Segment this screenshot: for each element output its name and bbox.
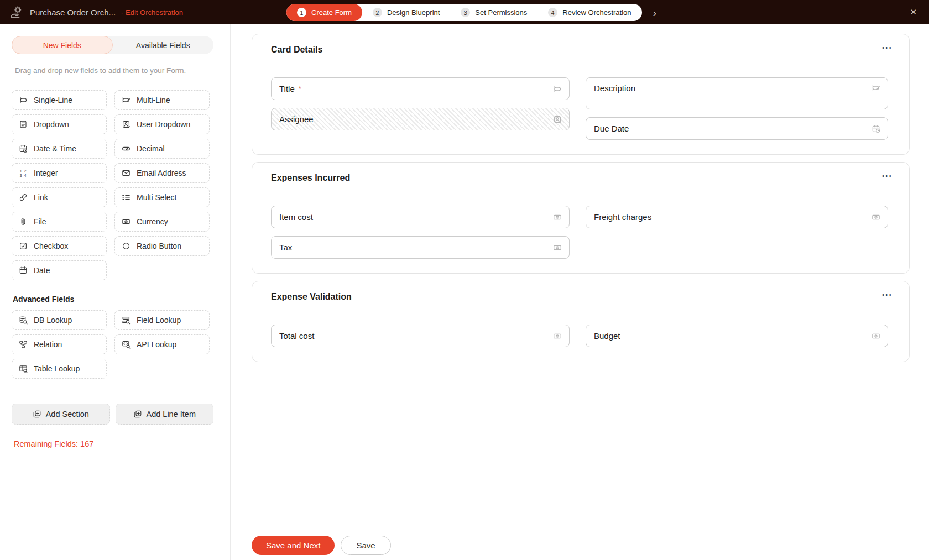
section-column-right: DescriptionDue Date (586, 77, 888, 140)
form-field-label: Assignee (279, 114, 314, 124)
field-button-multi-select[interactable]: Multi Select (114, 187, 210, 207)
field-button-api-lookup[interactable]: API Lookup (114, 334, 210, 354)
save-button[interactable]: Save (341, 536, 390, 555)
tab-new-fields[interactable]: New Fields (12, 36, 113, 54)
radio-icon (122, 242, 131, 250)
main-layout: New FieldsAvailable Fields Drag and drop… (0, 24, 929, 560)
chevron-right-icon: › (653, 7, 657, 19)
field-button-db-lookup[interactable]: DB Lookup (12, 310, 107, 330)
field-button-label: Date & Time (34, 144, 76, 153)
field-button-integer[interactable]: 1 23 4Integer (12, 163, 107, 183)
email-icon (122, 169, 131, 177)
tab-available-fields[interactable]: Available Fields (113, 36, 214, 54)
section-column-left: Title*Assignee (271, 77, 570, 130)
field-button-decimal[interactable]: Decimal (114, 139, 210, 159)
step-review-orchestration[interactable]: 4Review Orchestration (537, 4, 641, 21)
multi-select-icon (122, 193, 131, 202)
add-section-button[interactable]: Add Section (12, 404, 110, 425)
field-button-user-dropdown[interactable]: User Dropdown (114, 114, 210, 134)
advanced-fields-heading: Advanced Fields (13, 295, 213, 303)
form-field-tax[interactable]: Tax (271, 236, 570, 259)
field-button-date-time[interactable]: Date & Time (12, 139, 107, 159)
form-section-card-details: Card Details•••Title*AssigneeDescription… (252, 34, 910, 155)
step-number: 3 (461, 8, 470, 17)
form-field-freight-charges[interactable]: Freight charges (586, 206, 888, 228)
topbar: Purchase Order Orch... - Edit Orchestrat… (0, 0, 929, 24)
form-field-total-cost[interactable]: Total cost (271, 325, 570, 347)
field-button-checkbox[interactable]: Checkbox (12, 236, 107, 256)
section-title: Expense Validation (271, 291, 888, 302)
section-body: Item costTaxFreight charges (271, 206, 888, 259)
add-line-item-button[interactable]: Add Line Item (116, 404, 214, 425)
step-label: Set Permissions (475, 8, 527, 17)
field-button-file[interactable]: File (12, 212, 107, 232)
integer-icon: 1 23 4 (19, 169, 28, 177)
step-design-blueprint[interactable]: 2Design Blueprint (362, 4, 450, 21)
field-button-label: User Dropdown (137, 120, 190, 129)
drag-drop-hint: Drag and drop new fields to add them to … (15, 66, 213, 75)
step-number: 4 (548, 8, 557, 17)
tab-label: New Fields (43, 41, 81, 50)
currency-icon (553, 243, 562, 252)
field-button-single-line[interactable]: Single-Line (12, 90, 107, 110)
tab-label: Available Fields (136, 41, 190, 50)
form-actions: Save and Next Save (252, 536, 910, 555)
section-column-right: Freight charges (586, 206, 888, 228)
form-field-assignee[interactable]: Assignee (271, 108, 570, 130)
form-sections: Card Details•••Title*AssigneeDescription… (252, 34, 910, 362)
add-section-icon (33, 410, 41, 418)
user-dropdown-icon (553, 115, 562, 124)
save-and-next-button[interactable]: Save and Next (252, 536, 335, 555)
section-title: Card Details (271, 44, 888, 55)
section-more-menu-button[interactable]: ••• (880, 42, 895, 53)
add-line-item-label: Add Line Item (147, 410, 196, 418)
form-field-label: Freight charges (594, 212, 651, 222)
date-icon (19, 266, 28, 275)
field-button-radio-button[interactable]: Radio Button (114, 236, 210, 256)
field-button-field-lookup[interactable]: Field Lookup (114, 310, 210, 330)
field-button-label: Email Address (137, 169, 186, 177)
field-button-label: Table Lookup (34, 364, 80, 373)
close-icon: ✕ (910, 7, 917, 17)
field-button-link[interactable]: Link (12, 187, 107, 207)
form-field-description[interactable]: Description (586, 77, 888, 109)
form-field-label: Title (279, 84, 295, 93)
section-column-left: Total cost (271, 325, 570, 347)
edit-orchestration-link[interactable]: - Edit Orchestration (121, 8, 183, 17)
date-time-icon (19, 144, 28, 153)
field-button-label: DB Lookup (34, 316, 72, 325)
sidebar: New FieldsAvailable Fields Drag and drop… (0, 24, 231, 560)
field-button-currency[interactable]: Currency (114, 212, 210, 232)
form-field-budget[interactable]: Budget (586, 325, 888, 347)
section-more-menu-button[interactable]: ••• (880, 170, 895, 181)
form-field-item-cost[interactable]: Item cost (271, 206, 570, 228)
form-field-title[interactable]: Title* (271, 77, 570, 100)
app-title: Purchase Order Orch... (30, 8, 116, 17)
close-button[interactable]: ✕ (907, 5, 919, 19)
svg-text:3 4: 3 4 (20, 174, 27, 177)
field-button-date[interactable]: Date (12, 260, 107, 280)
stepper-next-button[interactable]: › (651, 6, 659, 19)
field-button-label: API Lookup (137, 340, 176, 349)
form-field-due-date[interactable]: Due Date (586, 117, 888, 140)
step-create-form[interactable]: 1Create Form (286, 4, 362, 21)
field-button-label: Link (34, 193, 48, 202)
field-button-dropdown[interactable]: Dropdown (12, 114, 107, 134)
field-button-table-lookup[interactable]: Table Lookup (12, 359, 107, 379)
currency-icon (871, 332, 880, 341)
field-button-label: Currency (137, 217, 168, 226)
checkbox-icon (19, 242, 28, 250)
link-icon (19, 193, 28, 202)
more-menu-icon: ••• (882, 44, 893, 51)
stepper: 1Create Form2Design Blueprint3Set Permis… (286, 4, 659, 21)
step-set-permissions[interactable]: 3Set Permissions (450, 4, 537, 21)
field-button-relation[interactable]: Relation (12, 334, 107, 354)
field-button-label: Multi Select (137, 193, 176, 202)
field-button-label: Decimal (137, 144, 165, 153)
section-more-menu-button[interactable]: ••• (880, 289, 895, 300)
field-button-email-address[interactable]: Email Address (114, 163, 210, 183)
field-button-label: Multi-Line (137, 96, 170, 104)
field-button-label: Relation (34, 340, 62, 349)
field-button-label: Date (34, 266, 50, 275)
field-button-multi-line[interactable]: Multi-Line (114, 90, 210, 110)
